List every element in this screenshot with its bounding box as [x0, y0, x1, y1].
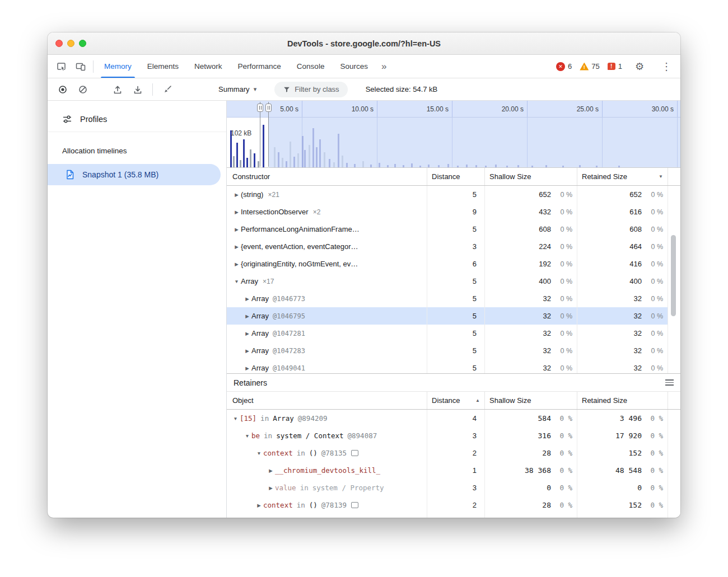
- expand-arrow-icon[interactable]: ▶: [243, 313, 251, 319]
- selection-handle-left[interactable]: [260, 102, 260, 167]
- distance-value: 5: [427, 221, 484, 238]
- column-retained-size[interactable]: Retained Size: [577, 392, 668, 409]
- issues-badge[interactable]: ! 1: [608, 62, 622, 71]
- collapse-arrow-icon[interactable]: ▼: [243, 433, 251, 439]
- close-button[interactable]: [55, 40, 63, 47]
- heap-view: 5.00 s10.00 s15.00 s20.00 s25.00 s30.00 …: [227, 101, 680, 518]
- hamburger-menu-icon[interactable]: [665, 379, 674, 386]
- column-shallow-size[interactable]: Shallow Size: [484, 392, 577, 409]
- minimize-button[interactable]: [67, 40, 74, 47]
- clear-button[interactable]: [74, 81, 91, 98]
- record-button[interactable]: [54, 81, 71, 98]
- timeline-ruler: 5.00 s10.00 s15.00 s20.00 s25.00 s30.00 …: [227, 101, 680, 118]
- tab-performance[interactable]: Performance: [230, 55, 289, 78]
- inspect-element-button[interactable]: [52, 58, 71, 76]
- device-toolbar-button[interactable]: [71, 58, 90, 76]
- expand-arrow-icon[interactable]: ▶: [243, 365, 251, 371]
- save-profile-button[interactable]: [129, 81, 146, 98]
- expand-arrow-icon[interactable]: ▶: [232, 209, 241, 215]
- column-divider: [668, 410, 668, 518]
- collapse-arrow-icon[interactable]: ▼: [231, 416, 240, 421]
- profiles-sidebar: Profiles Allocation timelines Snapshot 1…: [48, 101, 227, 518]
- constructor-row[interactable]: ▶Array@10467735320 %320 %: [227, 290, 668, 307]
- size-percent: 0 %: [551, 449, 577, 457]
- settings-button[interactable]: ⚙: [630, 58, 649, 76]
- chart-gridline: [677, 118, 678, 167]
- devtools-tabbar: MemoryElementsNetworkPerformanceConsoleS…: [48, 55, 680, 78]
- load-profile-button[interactable]: [109, 81, 126, 98]
- collapse-arrow-icon[interactable]: ▼: [255, 451, 263, 456]
- column-distance[interactable]: Distance▲: [427, 392, 484, 409]
- tab-network[interactable]: Network: [186, 55, 230, 78]
- inspect-cursor-icon: [57, 62, 67, 72]
- retainer-keyword: in: [260, 414, 269, 423]
- expand-arrow-icon[interactable]: ▶: [255, 503, 263, 508]
- console-warnings-badge[interactable]: ! 75: [580, 62, 599, 71]
- constructor-row[interactable]: ▶{originatingEntity, noGtmEvent, ev…6192…: [227, 255, 668, 273]
- retainer-row[interactable]: ▼[15]inArray@89420945840 %3 4960 %: [227, 410, 668, 427]
- size-value: 32: [577, 364, 642, 372]
- expand-arrow-icon[interactable]: ▶: [267, 468, 275, 473]
- selection-handle-right[interactable]: [268, 102, 269, 167]
- size-percent: 0 %: [551, 484, 577, 492]
- profile-view-select[interactable]: Summary ▾: [218, 85, 256, 93]
- constructor-name: Array: [251, 329, 269, 337]
- size-value: 584: [484, 414, 551, 423]
- status-badges: ✕ 6 ! 75 ! 1 ⚙ ⋮: [556, 58, 680, 76]
- constructor-row[interactable]: ▼Array×1754000 %4000 %: [227, 273, 668, 290]
- column-shallow-size[interactable]: Shallow Size: [484, 168, 577, 185]
- constructor-row[interactable]: ▶IntersectionObserver×294320 %6160 %: [227, 203, 668, 221]
- more-tabs-button[interactable]: »: [376, 61, 392, 72]
- snapshot-item[interactable]: Snapshot 1 (35.8 MB): [48, 164, 221, 185]
- tab-elements[interactable]: Elements: [139, 55, 186, 78]
- object-id: @78135: [321, 449, 347, 457]
- expand-arrow-icon[interactable]: ▶: [232, 261, 241, 267]
- expand-arrow-icon[interactable]: ▶: [243, 296, 251, 302]
- distance-value: 2: [427, 444, 484, 462]
- constructor-row[interactable]: ▶Array@10472835320 %320 %: [227, 342, 668, 359]
- column-object[interactable]: Object: [227, 392, 427, 409]
- function-location-icon[interactable]: [351, 502, 358, 508]
- expand-arrow-icon[interactable]: ▶: [243, 348, 251, 354]
- size-percent: 0 %: [551, 364, 577, 372]
- retainer-row[interactable]: ▶contextin()@781392280 %1520 %: [227, 496, 668, 514]
- tab-memory[interactable]: Memory: [96, 55, 139, 78]
- tab-sources[interactable]: Sources: [332, 55, 376, 78]
- column-divider: [668, 186, 668, 373]
- collapse-arrow-icon[interactable]: ▼: [232, 279, 241, 284]
- retainer-row[interactable]: ▶__chromium_devtools_kill_138 3680 %48 5…: [227, 462, 668, 479]
- distance-value: 3: [427, 238, 484, 255]
- size-percent: 0 %: [642, 484, 668, 492]
- constructor-row[interactable]: ▶(string)×2156520 %6520 %: [227, 186, 668, 203]
- expand-arrow-icon[interactable]: ▶: [232, 244, 241, 250]
- kebab-menu-button[interactable]: ⋮: [657, 58, 676, 76]
- constructor-row[interactable]: ▶PerformanceLongAnimationFrame…56080 %60…: [227, 221, 668, 238]
- retainer-row[interactable]: ▼contextin()@781352280 %1520 %: [227, 444, 668, 462]
- size-percent: 0 %: [551, 330, 577, 337]
- constructor-row[interactable]: ▶Array@10472815320 %320 %: [227, 325, 668, 342]
- retainer-row[interactable]: ▶valueinsystem / Property300 %00 %: [227, 479, 668, 496]
- allocation-timeline-overview[interactable]: 5.00 s10.00 s15.00 s20.00 s25.00 s30.00 …: [227, 101, 680, 168]
- ruler-gridline: [452, 101, 452, 117]
- expand-arrow-icon[interactable]: ▶: [232, 192, 241, 198]
- expand-arrow-icon[interactable]: ▶: [243, 331, 251, 336]
- column-constructor[interactable]: Constructor: [227, 168, 427, 185]
- timeline-tick-label: 10.00 s: [335, 105, 374, 113]
- clear-profiles-button[interactable]: [159, 81, 176, 98]
- console-errors-badge[interactable]: ✕ 6: [556, 62, 572, 71]
- expand-arrow-icon[interactable]: ▶: [267, 485, 275, 491]
- function-location-icon[interactable]: [351, 450, 358, 456]
- column-distance[interactable]: Distance: [427, 168, 484, 185]
- expand-arrow-icon[interactable]: ▶: [232, 227, 241, 232]
- constructor-row[interactable]: ▶{event, eventAction, eventCategor…32240…: [227, 238, 668, 255]
- vertical-scrollbar[interactable]: [671, 235, 676, 316]
- filter-by-class-input[interactable]: Filter by class: [274, 82, 347, 97]
- column-retained-size[interactable]: Retained Size▼: [577, 168, 668, 185]
- tab-console[interactable]: Console: [289, 55, 333, 78]
- constructor-row[interactable]: ▶Array@10490415320 %320 %: [227, 359, 668, 373]
- zoom-button[interactable]: [79, 40, 86, 47]
- constructor-row[interactable]: ▶Array@10467955320 %320 %: [227, 307, 668, 325]
- instance-count: ×21: [268, 191, 279, 199]
- timeline-bar: [250, 149, 251, 167]
- retainer-row[interactable]: ▼beinsystem / Context@89408733160 %17 92…: [227, 427, 668, 444]
